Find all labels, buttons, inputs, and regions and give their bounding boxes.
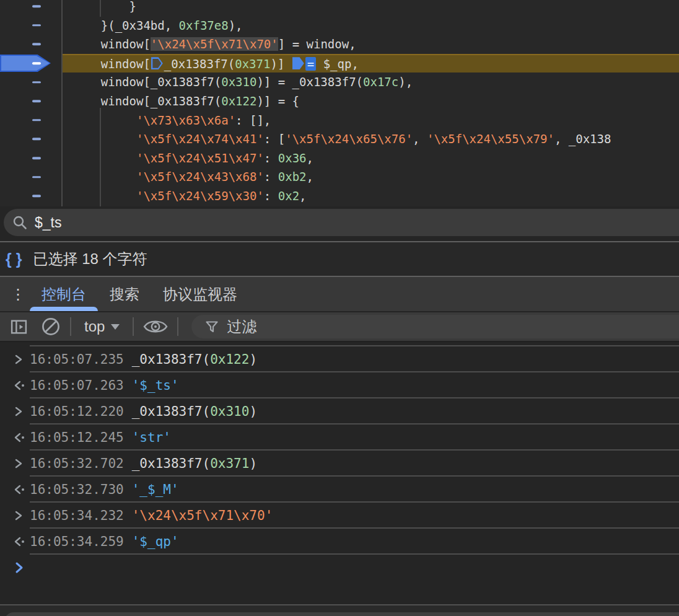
line-number-dash[interactable] — [32, 157, 41, 159]
toolbar-separator — [133, 317, 134, 336]
line-number-dash[interactable] — [32, 100, 41, 103]
gutter-cell[interactable] — [0, 0, 62, 16]
console-message-output: 16:05:34.259'$_qp' — [0, 529, 679, 555]
timestamp: 16:05:07.235 — [30, 352, 124, 367]
console-rows: 16:05:07.235_0x1383f7(0x122)16:05:07.263… — [0, 346, 679, 555]
bottom-filter-pill[interactable] — [4, 612, 679, 616]
gutter-cell[interactable] — [0, 54, 62, 73]
message-body: 16:05:12.220_0x1383f7(0x310) — [30, 404, 257, 419]
search-query[interactable]: $_ts — [35, 214, 61, 231]
timestamp: 16:05:07.263 — [30, 378, 124, 393]
inline-breakpoint-icon[interactable] — [151, 57, 163, 69]
console-input-icon — [14, 509, 24, 522]
code-line[interactable]: }(_0x34bd, 0xf37e8), — [0, 16, 679, 35]
timestamp: 16:05:34.259 — [30, 534, 124, 549]
timestamp: 16:05:12.245 — [30, 430, 124, 445]
line-number-dash[interactable] — [32, 24, 41, 27]
find-bar: $_ts — [0, 206, 679, 241]
message-body: 16:05:07.235_0x1383f7(0x122) — [30, 352, 257, 367]
gutter-cell[interactable] — [0, 16, 62, 35]
line-number-dash[interactable] — [32, 176, 41, 178]
live-expression-button[interactable] — [139, 317, 172, 336]
devtools-window: } }(_0x34bd, 0xf37e8), window['\x24\x5f\… — [0, 0, 679, 616]
console-message-input: 16:05:34.232'\x24\x5f\x71\x70' — [0, 503, 679, 529]
search-icon — [12, 214, 28, 231]
eye-icon — [142, 317, 169, 336]
bottom-bar — [0, 604, 679, 616]
console-result-icon — [14, 431, 27, 444]
drawer-tab-bar: ⋮ 控制台搜索协议监视器 — [0, 277, 679, 312]
code-lines: } }(_0x34bd, 0xf37e8), window['\x24\x5f\… — [0, 0, 679, 206]
code-line[interactable]: window['\x24\x5f\x71\x70'] = window, — [0, 35, 679, 54]
more-options-icon[interactable]: ⋮ — [0, 277, 28, 311]
console-result-icon — [14, 483, 27, 496]
code-text: '\x5f\x24\x59\x30': 0x2, — [62, 187, 679, 206]
toolbar-separator — [70, 317, 71, 336]
line-number-dash[interactable] — [32, 6, 41, 8]
clear-console-button[interactable] — [37, 317, 64, 337]
console-message-input: 16:05:32.702_0x1383f7(0x371) — [0, 451, 679, 477]
code-line[interactable]: '\x5f\x24\x74\x41': ['\x5f\x24\x65\x76',… — [0, 130, 679, 149]
line-number-dash[interactable] — [32, 195, 41, 197]
line-number-dash[interactable] — [32, 119, 41, 121]
code-text: }(_0x34bd, 0xf37e8), — [62, 16, 679, 35]
message-body: 16:05:07.263'$_ts' — [30, 378, 179, 393]
console-prompt[interactable] — [0, 555, 679, 581]
console-filter-input[interactable]: 过滤 — [191, 315, 679, 338]
console-result-icon — [14, 379, 27, 392]
code-line[interactable]: '\x5f\x24\x59\x30': 0x2, — [0, 187, 679, 206]
console-toolbar: top 过滤 — [0, 312, 679, 342]
code-line[interactable]: '\x73\x63\x6a': [], — [0, 111, 679, 130]
code-line[interactable]: window[_0x1383f7(0x310)] = _0x1383f7(0x1… — [0, 73, 679, 92]
gutter-cell[interactable] — [0, 187, 62, 206]
chevron-down-icon — [111, 324, 120, 330]
gutter-cell[interactable] — [0, 167, 62, 187]
source-editor[interactable]: } }(_0x34bd, 0xf37e8), window['\x24\x5f\… — [0, 0, 679, 206]
timestamp: 16:05:32.730 — [30, 482, 124, 497]
code-text: window[_0x1383f7(0x122)] = { — [62, 92, 679, 111]
gutter-cell[interactable] — [0, 149, 62, 168]
gutter-cell[interactable] — [0, 35, 62, 54]
filter-funnel-icon — [204, 319, 219, 334]
pretty-print-icon[interactable]: { } — [6, 250, 22, 268]
code-line[interactable]: } — [0, 0, 679, 16]
gutter-cell[interactable] — [0, 111, 62, 130]
console-input-icon — [14, 457, 24, 470]
line-number-dash[interactable] — [32, 138, 41, 141]
toolbar-separator — [177, 317, 178, 336]
console-message-output: 16:05:07.263'$_ts' — [0, 372, 679, 398]
console-messages: 16:05:07.235_0x1383f7(0x122)16:05:07.263… — [0, 342, 679, 604]
console-input-icon — [14, 405, 24, 418]
gutter-cell[interactable] — [0, 73, 62, 92]
code-text: window[_0x1383f7(0x310)] = _0x1383f7(0x1… — [62, 73, 679, 92]
selection-status: 已选择 18 个字符 — [33, 249, 147, 269]
tab-协议监视器[interactable]: 协议监视器 — [151, 277, 249, 311]
context-selector[interactable]: top — [77, 318, 127, 335]
line-number-dash[interactable] — [32, 81, 41, 84]
gutter-cell[interactable] — [0, 92, 62, 111]
code-text: '\x5f\x24\x43\x68': 0xb2, — [62, 167, 679, 187]
console-sidebar-icon — [10, 318, 28, 336]
code-line[interactable]: window[_0x1383f7(0x122)] = { — [0, 92, 679, 111]
gutter-separator — [61, 0, 63, 206]
console-message-input: 16:05:07.235_0x1383f7(0x122) — [0, 346, 679, 372]
timestamp: 16:05:12.220 — [30, 404, 124, 419]
tabs: 控制台搜索协议监视器 — [28, 277, 249, 311]
code-text: } — [62, 0, 679, 16]
code-line[interactable]: '\x5f\x24\x51\x47': 0x36, — [0, 149, 679, 168]
tab-搜索[interactable]: 搜索 — [98, 277, 151, 311]
search-input[interactable]: $_ts — [4, 209, 679, 236]
editor-status-bar: { } 已选择 18 个字符 — [0, 241, 679, 277]
code-text: window['\x24\x5f\x71\x70'] = window, — [62, 35, 679, 54]
console-sidebar-button[interactable] — [6, 318, 31, 336]
line-number-dash[interactable] — [32, 43, 41, 46]
code-line[interactable]: '\x5f\x24\x43\x68': 0xb2, — [0, 167, 679, 187]
tab-控制台[interactable]: 控制台 — [30, 277, 98, 311]
console-result-icon — [14, 535, 27, 548]
console-input-icon — [14, 353, 24, 366]
message-body: 16:05:12.245'str' — [30, 430, 171, 445]
gutter-cell[interactable] — [0, 130, 62, 149]
code-line[interactable]: window[_0x1383f7(0x371)] = $_qp, — [0, 54, 679, 73]
inline-breakpoint-active-icon[interactable] — [292, 57, 304, 69]
message-body: 16:05:34.232'\x24\x5f\x71\x70' — [30, 508, 273, 523]
